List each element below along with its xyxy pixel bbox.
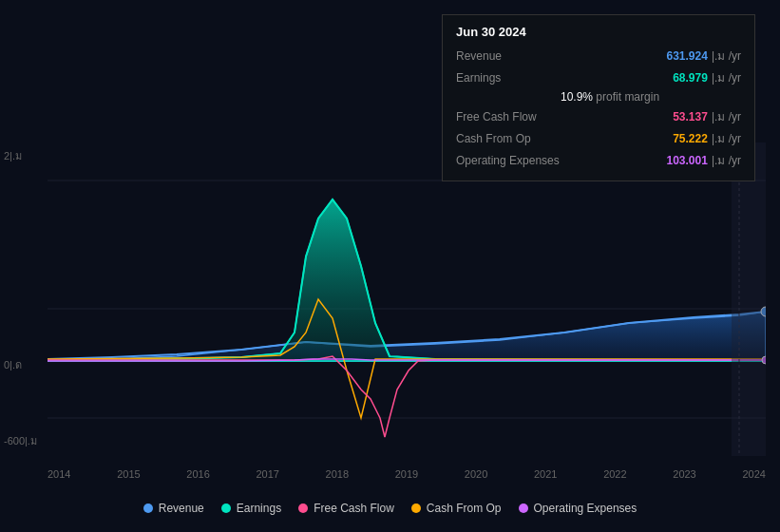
legend-opex-label: Operating Expenses: [534, 502, 637, 515]
tooltip-date: Jun 30 2024: [456, 25, 741, 39]
opex-dot: [519, 504, 528, 513]
y-label-top: 2|.ม: [4, 147, 22, 164]
legend-cashfromop-label: Cash From Op: [427, 502, 502, 515]
x-label-2015: 2015: [117, 468, 140, 480]
legend-opex[interactable]: Operating Expenses: [519, 502, 637, 515]
tooltip-row-earnings: Earnings 68.979|.ม /yr: [456, 66, 741, 88]
x-label-2018: 2018: [326, 468, 349, 480]
tooltip-row-cashfromop: Cash From Op 75.222|.ม /yr: [456, 127, 741, 149]
y-label-bottom: -600|.ม: [4, 432, 37, 449]
legend-earnings[interactable]: Earnings: [221, 502, 281, 515]
cashfromop-label: Cash From Op: [456, 132, 561, 145]
profit-margin-row: 10.9% profit margin: [456, 88, 741, 105]
legend-fcf[interactable]: Free Cash Flow: [298, 502, 394, 515]
x-label-2023: 2023: [673, 468, 695, 480]
x-label-2014: 2014: [48, 468, 70, 480]
revenue-dot: [143, 504, 153, 513]
legend-revenue-label: Revenue: [159, 502, 204, 515]
x-label-2024: 2024: [742, 468, 765, 480]
x-label-2019: 2019: [395, 468, 418, 480]
x-label-2022: 2022: [603, 468, 626, 480]
legend: Revenue Earnings Free Cash Flow Cash Fro…: [0, 502, 780, 515]
revenue-value: 631.924|.ม /yr: [666, 47, 741, 65]
revenue-label: Revenue: [456, 49, 561, 63]
fcf-label: Free Cash Flow: [456, 110, 561, 124]
x-label-2017: 2017: [256, 468, 278, 480]
tooltip-box: Jun 30 2024 Revenue 631.924|.ม /yr Earni…: [442, 14, 755, 181]
fcf-dot: [298, 504, 308, 513]
tooltip-row-fcf: Free Cash Flow 53.137|.ม /yr: [456, 105, 741, 127]
svg-rect-7: [732, 142, 766, 456]
x-axis-labels: 2014 2015 2016 2017 2018 2019 2020 2021 …: [48, 468, 766, 480]
tooltip-row-opex: Operating Expenses 103.001|.ม /yr: [456, 149, 741, 171]
cashfromop-dot: [411, 504, 421, 513]
x-label-2021: 2021: [534, 468, 557, 480]
chart-container: Jun 30 2024 Revenue 631.924|.ม /yr Earni…: [0, 0, 780, 532]
fcf-value: 53.137|.ม /yr: [673, 107, 741, 125]
x-label-2016: 2016: [186, 468, 209, 480]
opex-label: Operating Expenses: [456, 154, 561, 167]
main-chart: [48, 142, 766, 456]
earnings-value: 68.979|.ม /yr: [673, 68, 741, 86]
legend-cashfromop[interactable]: Cash From Op: [411, 502, 502, 515]
earnings-label: Earnings: [456, 71, 561, 85]
y-label-mid: 0|.ด: [4, 356, 22, 373]
earnings-dot: [221, 504, 231, 513]
cashfromop-value: 75.222|.ม /yr: [673, 129, 741, 147]
opex-value: 103.001|.ม /yr: [666, 151, 741, 169]
legend-revenue[interactable]: Revenue: [143, 502, 204, 515]
legend-earnings-label: Earnings: [237, 502, 281, 515]
x-label-2020: 2020: [465, 468, 487, 480]
legend-fcf-label: Free Cash Flow: [314, 502, 394, 515]
tooltip-row-revenue: Revenue 631.924|.ม /yr: [456, 45, 741, 66]
